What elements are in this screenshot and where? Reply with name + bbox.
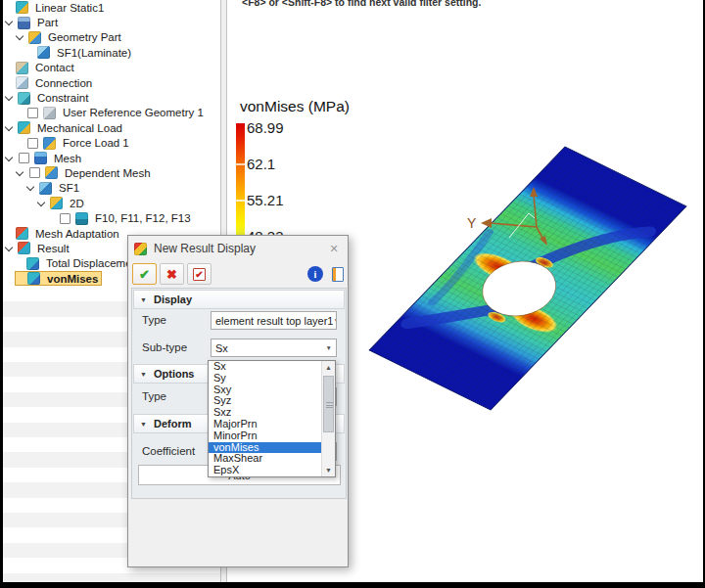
chevron-expanded-icon[interactable] [37,199,45,206]
tree-item-force-load-1[interactable]: Force Load 1 [15,136,132,151]
subtype-dropdown-list: SxSySxySyzSxzMajorPrnMinorPrnvonMisesMax… [208,360,336,477]
scroll-down-icon[interactable]: ▼ [322,464,335,476]
dropdown-option-sx[interactable]: Sx [209,361,335,373]
filter-hint-text: <F8> or <Shift-F8> to find next valid fi… [242,0,481,8]
collapse-arrow-icon: ▼ [140,296,147,303]
chevron-expanded-icon[interactable] [5,244,13,251]
tree-item-label: Part [34,17,61,28]
tree-item-label: Mechanical Load [34,122,125,134]
section-display-label: Display [154,294,192,305]
contact-icon [16,62,28,74]
scrollbar-grip [326,402,333,408]
tree-item-connection[interactable]: Connection [4,75,95,90]
chevron-expanded-icon[interactable] [16,168,24,176]
tree-item-label: User Reference Geometry 1 [60,107,207,118]
chevron-expanded-icon[interactable] [5,93,13,101]
section-display[interactable]: ▼ Display [133,290,345,309]
tree-item-2d[interactable]: 2D [36,196,87,210]
legend-title: vonMises (MPa) [240,98,350,115]
tree-item-sf1[interactable]: SF1 [25,181,82,196]
mesh-adaptation-icon [16,227,28,240]
combo-arrow-icon: ▼ [333,317,337,324]
reference-geometry-icon [43,107,56,119]
chevron-expanded-icon[interactable] [26,183,34,191]
tree-item-label: Geometry Part [45,31,124,43]
tree-item-label: Contact [32,62,77,73]
checkbox[interactable] [29,167,40,178]
constraint-icon [18,92,30,105]
dropdown-options: SxSySxySyzSxzMajorPrnMinorPrnvonMisesMax… [209,361,335,476]
tree-item-mechanical-load[interactable]: Mechanical Load [4,120,125,135]
tree-item-mesh-adaptation[interactable]: Mesh Adaptation [4,226,122,241]
tree-item-label: Result [34,243,72,254]
cancel-button[interactable]: ✖ [160,263,184,285]
scrollbar-thumb[interactable] [323,376,334,432]
preview-doc-icon[interactable] [332,267,344,282]
tree-item-part[interactable]: Part [4,15,61,29]
tree-item-contact[interactable]: Contact [4,61,77,75]
chevron-expanded-icon[interactable] [5,123,13,131]
chevron-expanded-icon[interactable] [5,18,13,25]
tree-item-label: Mesh [51,153,84,164]
tree-item-vonmises[interactable]: vonMises [15,271,102,286]
mesh-2d-icon [50,197,63,209]
subtype-value: Sx [215,342,228,354]
tree-item-label: Dependent Mesh [62,167,154,179]
tree-item-result[interactable]: Result [4,241,72,255]
options-type-label: Type [142,390,166,402]
dialog-title: New Result Display [154,242,256,255]
close-icon[interactable]: ✕ [326,243,342,255]
apply-check-icon: ✔ [193,268,206,281]
dropdown-scrollbar[interactable]: ▲ ▼ [321,361,335,476]
tree-item-label: SF1(Laminate) [54,47,134,59]
collapse-arrow-icon: ▼ [140,371,147,378]
part-icon [18,17,30,29]
tree-item-linear-static1[interactable]: Linear Static1 [4,0,107,15]
dropdown-option-majorprn[interactable]: MajorPrn [209,419,335,430]
subtype-label: Sub-type [142,341,187,353]
legend-colorbar [236,123,245,239]
vonmises-icon [27,272,40,285]
ok-button[interactable]: ✔ [132,263,157,285]
checkbox[interactable] [27,138,38,149]
tree-item-mesh[interactable]: Mesh [4,151,84,165]
dropdown-option-minorprn[interactable]: MinorPrn [209,430,335,442]
mechanical-load-icon [18,121,30,134]
dialog-titlebar[interactable]: New Result Display ✕ [128,236,348,261]
checkbox[interactable] [27,108,38,118]
tree-item-user-reference-geometry-1[interactable]: User Reference Geometry 1 [15,106,207,120]
app-window: Linear Static1PartGeometry PartSF1(Lamin… [3,0,703,582]
chevron-expanded-icon[interactable] [5,153,13,160]
displacement-icon [26,257,39,270]
tree-item-label: Linear Static1 [32,2,107,14]
result-display-icon [134,243,147,255]
dialog-toolbar: ✔ ✖ ✔ i [132,261,344,287]
subtype-combobox[interactable]: Sx ▼ [211,339,337,357]
dependent-mesh-icon [45,166,58,179]
tree-item-f10-f11-f12-f13[interactable]: F10, F11, F12, F13 [47,210,194,225]
scroll-up-icon[interactable]: ▲ [322,361,335,374]
legend-value: 55.21 [247,192,284,208]
type-label: Type [142,314,166,326]
dropdown-option-epsx[interactable]: EpsX [209,465,335,476]
tree-item-dependent-mesh[interactable]: Dependent Mesh [15,165,154,180]
tree-item-label: vonMises [44,273,101,285]
chevron-expanded-icon[interactable] [16,32,24,40]
result-icon [18,242,30,254]
legend-value: 62.1 [247,156,275,172]
tree-item-sf1-laminate[interactable]: SF1(Laminate) [25,45,134,60]
checkbox[interactable] [60,213,70,224]
checkbox[interactable] [19,153,29,163]
info-icon[interactable]: i [307,266,323,282]
legend-tick [236,200,245,202]
tree-item-label: 2D [67,198,87,209]
screenshot-frame: Linear Static1PartGeometry PartSF1(Lamin… [0,0,705,588]
tree-item-geometry-part[interactable]: Geometry Part [15,30,124,45]
type-value: element result top layer1 [215,315,333,327]
tree-item-label: Constraint [34,92,91,104]
apply-button[interactable]: ✔ [187,263,212,285]
tree-item-constraint[interactable]: Constraint [4,90,91,105]
type-combobox[interactable]: element result top layer1 ▼ [211,311,337,330]
tree-item-label: Force Load 1 [60,137,132,149]
dropdown-option-sy[interactable]: Sy [209,373,335,384]
